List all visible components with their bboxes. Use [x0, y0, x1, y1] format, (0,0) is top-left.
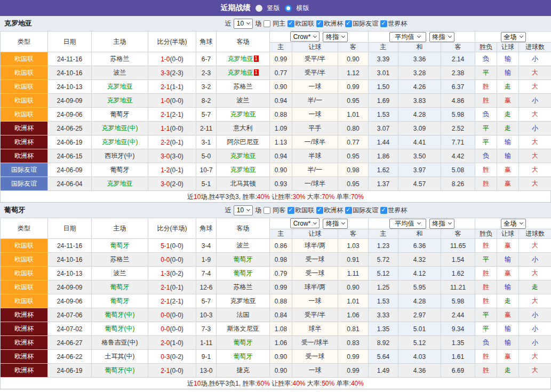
- halftime-score: (0-0): [170, 256, 183, 263]
- league-badge: 欧洲杯: [1, 135, 47, 149]
- section-header-portugal: 葡萄牙 近 10 场 同客 欧国联 欧洲杯 国际友谊 世界杯: [0, 203, 551, 218]
- league-filter-checkbox[interactable]: [288, 20, 294, 27]
- corner-cell: 2-11: [196, 122, 217, 135]
- date-cell: 24-09-06: [48, 294, 92, 308]
- summary-text: 让胜率:: [270, 193, 293, 201]
- odds-home-cell: 0.90: [270, 80, 292, 94]
- league-type-cell: 欧洲杯: [1, 308, 48, 322]
- avg-draw-cell: 4.28: [398, 294, 441, 308]
- col-header-odds-home: 主: [270, 229, 292, 239]
- horizontal-layout-radio[interactable]: [285, 5, 292, 12]
- league-filter-checkbox[interactable]: [345, 20, 352, 27]
- score-cell: 0-0(0-0): [148, 253, 196, 267]
- odds-away-cell: 0.90: [338, 52, 369, 66]
- fulltime-score: 3-0: [161, 153, 170, 160]
- result-cell: 平: [475, 322, 497, 336]
- league-type-cell: 欧国联: [1, 253, 48, 267]
- avg-home-cell: 3.33: [369, 308, 398, 322]
- average-select[interactable]: 平均值: [389, 32, 426, 42]
- chevron-down-icon: [341, 221, 345, 225]
- bookmaker-select[interactable]: Crow*: [290, 218, 320, 228]
- date-cell: 24-06-19: [48, 135, 92, 149]
- odds-home-cell: 0.94: [270, 94, 292, 108]
- fulltime-select[interactable]: 全场: [501, 219, 526, 229]
- league-filter-checkbox[interactable]: [316, 207, 323, 214]
- handicap-cell: 受一球: [292, 267, 338, 281]
- goals-result-cell: 小: [519, 122, 551, 135]
- league-type-cell: 欧洲杯: [1, 322, 48, 336]
- goals-result-cell: 大: [519, 267, 551, 281]
- col-header-score: 比分(半场): [148, 218, 196, 239]
- league-type-cell: 欧洲杯: [1, 122, 48, 135]
- odds-home-cell: 0.99: [270, 281, 292, 294]
- avg-home-cell: 1.37: [369, 177, 398, 191]
- odds-home-cell: 0.93: [270, 177, 292, 191]
- bookmaker-select[interactable]: Crow*: [290, 31, 320, 42]
- result-cell: 负: [475, 336, 497, 350]
- team-name: 葡萄牙: [110, 166, 130, 173]
- league-badge: 欧国联: [1, 80, 47, 93]
- handicap-cell: 一/球半: [292, 135, 338, 149]
- league-type-cell: 欧国联: [1, 66, 48, 80]
- league-type-cell: 欧国联: [1, 239, 48, 253]
- team-name: 克罗地亚: [228, 69, 253, 76]
- summary-text: 40%: [257, 193, 270, 201]
- date-cell: 24-06-27: [48, 336, 92, 350]
- league-filter-label: 世界杯: [388, 19, 407, 28]
- result-cell: 胜: [475, 350, 497, 364]
- score-cell: 3-0(3-0): [148, 149, 196, 163]
- date-cell: 24-10-13: [48, 267, 92, 281]
- handicap-result-cell: 走: [497, 364, 519, 378]
- handicap-result-cell: 走: [497, 80, 519, 94]
- team-name: 克罗地亚: [107, 83, 133, 90]
- result-cell: 平: [475, 253, 497, 267]
- league-filter-checkbox[interactable]: [316, 20, 323, 27]
- league-badge: 欧国联: [1, 267, 47, 280]
- avg-away-cell: 11.65: [441, 239, 475, 253]
- avg-home-cell: 5.12: [369, 267, 398, 281]
- team-name: 苏格兰: [110, 255, 130, 263]
- odds-away-cell: 0.95: [338, 177, 369, 191]
- handicap-result-cell: 赢: [497, 308, 519, 322]
- home-team-cell: 西班牙(中): [92, 149, 148, 163]
- league-filter-checkbox[interactable]: [288, 207, 294, 214]
- odds-away-cell: 0.95: [338, 94, 369, 108]
- match-row: 欧洲杯24-06-19克罗地亚(中)2-2(0-1)3-1阿尔巴尼亚1.13一/…: [1, 135, 551, 149]
- col-header-goals-result: 进球数: [519, 43, 551, 52]
- final-odds-select[interactable]: 终指: [323, 219, 348, 229]
- same-venue-checkbox[interactable]: [263, 207, 270, 214]
- final-average-select[interactable]: 终指: [429, 219, 454, 229]
- horizontal-layout-label[interactable]: 横版: [297, 4, 309, 13]
- avg-home-cell: 8.92: [369, 336, 398, 350]
- final-average-select[interactable]: 终指: [429, 32, 454, 42]
- vertical-layout-label[interactable]: 竖版: [267, 4, 280, 13]
- avg-draw-cell: 6.36: [398, 239, 441, 253]
- summary-text: 40%: [292, 380, 305, 387]
- league-type-cell: 欧洲杯: [1, 135, 48, 149]
- average-select[interactable]: 平均值: [389, 219, 426, 229]
- score-cell: 0-0(0-0): [148, 322, 196, 336]
- final-odds-select[interactable]: 终指: [323, 32, 348, 42]
- fulltime-select[interactable]: 全场: [501, 32, 526, 42]
- avg-draw-cell: 3.09: [398, 122, 441, 135]
- recent-count-select[interactable]: 10: [234, 205, 253, 215]
- avg-home-cell: 1.62: [369, 163, 398, 177]
- corner-cell: 5-0: [196, 149, 217, 163]
- league-filter-checkbox[interactable]: [380, 207, 387, 214]
- odds-away-cell: 0.99: [338, 80, 369, 94]
- league-type-cell: 国际友谊: [1, 163, 48, 177]
- team-name: 克罗地亚(中): [102, 124, 138, 132]
- league-badge: 欧国联: [1, 66, 47, 79]
- fulltime-score: 0-3: [161, 353, 170, 361]
- handicap-cell: 受一球: [292, 253, 338, 267]
- same-venue-checkbox[interactable]: [263, 20, 270, 27]
- league-filter-checkbox[interactable]: [380, 20, 387, 27]
- near-label: 近: [225, 19, 231, 28]
- odds-home-cell: 1.06: [270, 336, 292, 350]
- avg-draw-cell: 4.32: [398, 253, 441, 267]
- halftime-score: (0-2): [170, 353, 183, 361]
- league-filter-checkbox[interactable]: [345, 207, 352, 214]
- team-name: 葡萄牙: [110, 242, 130, 249]
- recent-count-select[interactable]: 10: [234, 19, 253, 29]
- vertical-layout-radio[interactable]: [255, 5, 262, 12]
